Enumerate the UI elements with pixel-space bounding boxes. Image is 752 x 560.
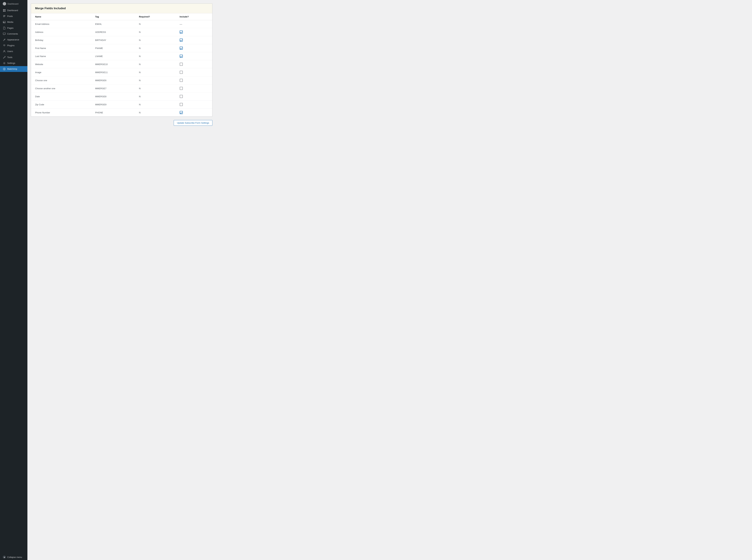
field-tag: MMERGE11 [91, 68, 135, 76]
field-required: N [135, 101, 175, 108]
table-row: DateMMERGE8N [31, 93, 212, 101]
field-tag: MMERGE7 [91, 84, 135, 93]
field-include[interactable] [176, 108, 212, 117]
field-include-checkbox[interactable] [180, 111, 183, 114]
footer-area: Update Subscribe Form Settings [31, 117, 212, 127]
field-name: Birthday [31, 36, 91, 44]
field-include-checkbox[interactable] [180, 39, 183, 42]
field-include-dash: — [180, 23, 182, 25]
field-name: Website [31, 60, 91, 68]
main-content: Merge Fields Included Name Tag Required?… [27, 0, 752, 560]
field-required: N [135, 52, 175, 60]
field-name: Date [31, 93, 91, 101]
section-title: Merge Fields Included [35, 7, 208, 10]
field-include-checkbox[interactable] [180, 55, 183, 58]
field-include[interactable] [176, 52, 212, 60]
wp-logo-icon [3, 2, 6, 5]
field-include-checkbox[interactable] [180, 79, 183, 82]
table-row: Zip CodeMMERGE9N [31, 101, 212, 108]
col-header-tag: Tag [91, 13, 135, 20]
sidebar-item-dashboard[interactable]: Dashboard [0, 7, 27, 13]
field-required: N [135, 28, 175, 36]
table-head: Name Tag Required? Include? [31, 13, 212, 20]
field-include[interactable] [176, 44, 212, 52]
field-include-checkbox[interactable] [180, 46, 183, 50]
sidebar-nav: DashboardPostsMediaPagesCommentsAppearan… [0, 7, 27, 72]
collapse-arrow-icon: ◀ [3, 556, 6, 559]
field-tag: PHONE [91, 108, 135, 117]
table-row: Email AddressEMAILN— [31, 20, 212, 28]
field-include-checkbox[interactable] [180, 63, 183, 66]
update-subscribe-form-button[interactable]: Update Subscribe Form Settings [174, 120, 212, 126]
sidebar-item-users[interactable]: Users [0, 48, 27, 54]
table-row: First NameFNAMEN [31, 44, 212, 52]
field-tag: ADDRESS [91, 28, 135, 36]
media-icon [3, 21, 6, 24]
users-icon [3, 50, 6, 53]
sidebar-item-appearance[interactable]: Appearance [0, 37, 27, 43]
field-required: N [135, 93, 175, 101]
sidebar-item-media[interactable]: Media [0, 19, 27, 25]
field-required: N [135, 60, 175, 68]
field-tag: MMERGE10 [91, 60, 135, 68]
field-include[interactable] [176, 36, 212, 44]
table-row: Last NameLNAMEN [31, 52, 212, 60]
sidebar-item-posts[interactable]: Posts [0, 13, 27, 19]
field-include-checkbox[interactable] [180, 87, 183, 90]
field-include[interactable] [176, 60, 212, 68]
sidebar-item-tools-label: Tools [7, 56, 12, 59]
field-name: Choose another one [31, 84, 91, 93]
field-include[interactable] [176, 84, 212, 93]
field-tag: FNAME [91, 44, 135, 52]
sidebar-item-pages[interactable]: Pages [0, 25, 27, 31]
sidebar-item-pages-label: Pages [7, 26, 14, 29]
sidebar-item-comments[interactable]: Comments [0, 31, 27, 37]
field-required: N [135, 20, 175, 28]
sidebar-item-plugins[interactable]: Plugins [0, 43, 27, 48]
field-include-checkbox[interactable] [180, 31, 183, 34]
sidebar-item-plugins-label: Plugins [7, 44, 15, 47]
sidebar-item-settings[interactable]: Settings [0, 60, 27, 66]
collapse-menu-item[interactable]: ◀ Collapse menu [0, 554, 27, 560]
field-include-checkbox[interactable] [180, 95, 183, 98]
table-row: Choose oneMMERGE6N [31, 76, 212, 84]
sidebar-item-tools[interactable]: Tools [0, 55, 27, 60]
field-include[interactable] [176, 68, 212, 76]
field-name: Zip Code [31, 101, 91, 108]
field-include-checkbox[interactable] [180, 103, 183, 106]
table-row: Phone NumberPHONEN [31, 108, 212, 117]
svg-point-10 [4, 68, 5, 69]
field-tag: LNAME [91, 52, 135, 60]
table-row: Choose another oneMMERGE7N [31, 84, 212, 93]
field-include[interactable] [176, 93, 212, 101]
table-row: BirthdayBIRTHDAYN [31, 36, 212, 44]
field-include-checkbox[interactable] [180, 71, 183, 74]
svg-rect-3 [3, 11, 4, 12]
field-name: First Name [31, 44, 91, 52]
mailchimp-icon [3, 67, 6, 71]
wp-logo-label: Dashboard [7, 3, 19, 5]
field-name: Phone Number [31, 108, 91, 117]
svg-point-7 [4, 51, 5, 52]
merge-fields-table: Name Tag Required? Include? Email Addres… [31, 13, 212, 117]
field-required: N [135, 84, 175, 93]
sidebar-item-mailchimp[interactable]: Mailchimp [0, 66, 27, 72]
svg-rect-1 [3, 9, 4, 10]
field-include[interactable] [176, 76, 212, 84]
field-tag: EMAIL [91, 20, 135, 28]
field-name: Image [31, 68, 91, 76]
field-required: N [135, 68, 175, 76]
field-name: Email Address [31, 20, 91, 28]
table-row: WebsiteMMERGE10N [31, 60, 212, 68]
svg-rect-4 [4, 11, 5, 12]
svg-rect-2 [4, 9, 5, 10]
merge-fields-panel: Merge Fields Included Name Tag Required?… [31, 3, 212, 117]
sidebar-item-appearance-label: Appearance [7, 38, 19, 41]
tools-icon [3, 56, 6, 59]
field-tag: MMERGE6 [91, 76, 135, 84]
wp-logo-area: Dashboard [0, 0, 27, 7]
field-include[interactable] [176, 101, 212, 108]
field-required: N [135, 36, 175, 44]
field-include[interactable] [176, 28, 212, 36]
sidebar-item-settings-label: Settings [7, 62, 15, 65]
